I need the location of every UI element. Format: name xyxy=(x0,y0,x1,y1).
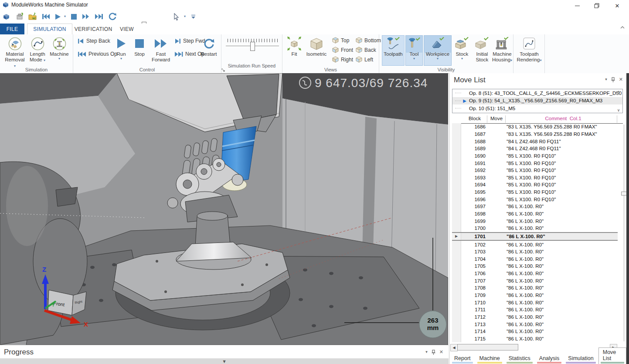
fit-view-button[interactable]: Fit xyxy=(286,36,303,57)
pointer-tool-button[interactable] xyxy=(172,11,181,22)
table-row[interactable]: 1706"86 L X-100. R0" xyxy=(452,270,618,277)
panel-close-icon[interactable]: ✕ xyxy=(439,349,443,355)
op-list-item[interactable]: Op. 10 (51): 151_M5 xyxy=(452,104,622,112)
panel-tab-analysis[interactable]: Analysis xyxy=(535,354,564,364)
panel-tab-statistics[interactable]: Statistics xyxy=(505,354,534,364)
table-row[interactable]: 1705"86 L X-100. R0" xyxy=(452,263,618,270)
restart-button-large[interactable]: Restart xyxy=(199,36,219,57)
skip-to-end-button[interactable] xyxy=(93,11,105,22)
table-row[interactable]: 1713"86 L X-100. R0" xyxy=(452,320,618,328)
tab-verification[interactable]: VERIFICATION xyxy=(72,24,114,34)
table-row[interactable]: 1707"86 L X-100. R0" xyxy=(452,277,618,284)
view-left-button[interactable]: Left xyxy=(356,56,373,63)
view-right-button[interactable]: Right xyxy=(332,56,353,63)
column-header-comment[interactable]: Comment Col.1 xyxy=(530,116,596,121)
customize-toolbar-button[interactable] xyxy=(190,11,196,22)
app-menu-button[interactable] xyxy=(1,11,11,22)
table-row[interactable]: 1711"86 L X-100. R0" xyxy=(452,306,618,313)
table-row[interactable]: 1712"86 L X-100. R0" xyxy=(452,313,618,321)
stop-button[interactable] xyxy=(69,11,78,22)
material-removal-button[interactable]: Material Removal ▾ xyxy=(3,36,26,68)
move-table-hscrollbar[interactable]: ◀ ▶ xyxy=(450,344,617,351)
tool-visibility-toggle[interactable]: Tool ▾ xyxy=(405,35,423,66)
table-row[interactable]: 1702"86 L X-100. R0" xyxy=(452,241,618,248)
run-button[interactable]: Run ▾ xyxy=(113,36,129,61)
machine-3d-viewport[interactable]: 9 647.03/69 726.34 263 mm Front Right Z … xyxy=(0,73,448,345)
stop-button-large[interactable]: Stop xyxy=(131,36,148,57)
table-row[interactable]: 1708"86 L X-100. R0" xyxy=(452,284,618,292)
scroll-left-button[interactable]: ◀ xyxy=(450,344,458,351)
table-row[interactable]: 1693"85 L X100. R0 FQ10" xyxy=(452,174,618,181)
tab-file[interactable]: FILE xyxy=(0,24,24,34)
dialog-launcher-icon[interactable] xyxy=(221,68,225,72)
fast-forward-button[interactable] xyxy=(80,11,92,22)
previous-op-button[interactable]: Previous Op xyxy=(78,51,117,57)
step-back-button[interactable]: Step Back xyxy=(78,38,110,44)
table-row[interactable]: ▶1701"86 L X-100. R0" xyxy=(452,232,618,241)
op-list-item[interactable]: Op. 8 (51): 43_TOOL_CALL_6_Z_S4456_;ECKM… xyxy=(452,89,622,97)
table-row[interactable]: 1691"85 L X100. R0 FQ10" xyxy=(452,159,618,167)
panel-menu-caret[interactable]: ▾ xyxy=(605,78,607,81)
view-bottom-button[interactable]: Bottom xyxy=(356,37,381,44)
column-header-move[interactable]: Move xyxy=(490,116,503,121)
tab-view[interactable]: VIEW xyxy=(114,24,139,34)
table-row[interactable]: 1687"83 L X135. Y56.569 Z55.288 R0 FMAX" xyxy=(452,131,618,138)
view-top-button[interactable]: Top xyxy=(332,37,349,44)
hscrollbar-thumb[interactable] xyxy=(457,344,518,351)
toolpath-visibility-toggle[interactable]: Toolpath xyxy=(382,35,405,66)
table-row[interactable]: 1695"85 L X100. R0 FQ10" xyxy=(452,189,618,196)
panel-tab-report[interactable]: Report xyxy=(450,354,475,364)
panel-tab-simulation[interactable]: Simulation xyxy=(564,354,597,364)
table-row[interactable]: 1690"85 L X100. R0 FQ10" xyxy=(452,152,618,160)
panel-tab-machine[interactable]: Machine xyxy=(476,354,504,364)
run-speed-slider-thumb[interactable] xyxy=(250,42,255,51)
table-row[interactable]: 1699"86 L X-100. R0" xyxy=(452,217,618,225)
table-row[interactable]: 1697"86 L X-100. R0" xyxy=(452,203,618,210)
table-row[interactable]: 1694"85 L X100. R0 FQ10" xyxy=(452,181,618,189)
table-row[interactable]: 1704"86 L X-100. R0" xyxy=(452,256,618,263)
play-button[interactable] xyxy=(53,11,62,22)
table-row[interactable]: 1692"85 L X100. R0 FQ10" xyxy=(452,167,618,174)
collapsed-splitter-bar[interactable]: ▼ xyxy=(0,358,449,364)
machine-housing-visibility-toggle[interactable]: Machine Housing▾ xyxy=(492,36,513,63)
length-mode-button[interactable]: Length Mode ▾ xyxy=(27,36,48,63)
import-machine-button[interactable] xyxy=(14,11,25,22)
op-list-item-current[interactable]: ▶ Op. 9 (51): 54_L_X135._Y56.569_Z156.56… xyxy=(452,97,622,105)
scroll-down-icon[interactable]: ∨ xyxy=(617,108,620,112)
pin-icon[interactable] xyxy=(432,350,435,355)
panel-tab-move-list[interactable]: Move List xyxy=(598,347,626,364)
collapse-ribbon-button[interactable] xyxy=(620,26,625,29)
table-row[interactable]: 1714"86 L X-100. R0" xyxy=(452,328,618,335)
machine-button[interactable]: Machine ▾ xyxy=(49,36,70,61)
column-header-block[interactable]: Block xyxy=(463,116,486,121)
skip-to-start-button[interactable] xyxy=(40,11,51,22)
table-row[interactable]: 1715"86 L X-100. R0" xyxy=(452,335,618,343)
toolpath-rendering-button[interactable]: Toolpath Rendering▾ xyxy=(517,36,541,63)
table-row[interactable]: 1710"86 L X-100. R0" xyxy=(452,299,618,306)
play-dropdown[interactable]: ▾ xyxy=(62,11,68,22)
pin-icon[interactable] xyxy=(611,77,615,82)
tab-simulation[interactable]: SIMULATION xyxy=(27,24,72,35)
table-row[interactable]: 1688"84 L Z42.468 R0 FQ11" xyxy=(452,138,618,145)
table-row[interactable]: 1696"85 L X100. R0 FQ10" xyxy=(452,195,618,203)
ops-scrollbar[interactable]: ∧ ∨ xyxy=(615,90,622,112)
table-row[interactable]: 1700"86 L X-100. R0" xyxy=(452,225,618,232)
table-row[interactable]: 1689"84 L Z42.468 R0 FQ11" xyxy=(452,145,618,152)
fast-forward-button-large[interactable]: Fast Forward xyxy=(150,36,172,63)
view-back-button[interactable]: Back xyxy=(356,47,376,53)
panel-close-icon[interactable]: ✕ xyxy=(619,77,623,82)
open-nc-file-button[interactable]: NC xyxy=(27,11,38,22)
table-row[interactable]: 1698"86 L X-100. R0" xyxy=(452,210,618,218)
table-row[interactable]: 1703"86 L X-100. R0" xyxy=(452,248,618,256)
stock-visibility-toggle[interactable]: Stock ▾ xyxy=(452,36,472,61)
operations-list[interactable]: Op. 8 (51): 43_TOOL_CALL_6_Z_S4456_;ECKM… xyxy=(452,89,623,113)
restart-button[interactable] xyxy=(106,11,119,22)
table-row[interactable]: 1686"83 L X135. Y56.569 Z55.288 R0 FMAX" xyxy=(452,123,618,131)
view-front-button[interactable]: Front xyxy=(332,47,353,53)
workpiece-visibility-toggle[interactable]: Workpiece ▾ xyxy=(424,35,452,66)
move-table-vscrollbar[interactable] xyxy=(621,125,626,341)
scroll-up-icon[interactable]: ∧ xyxy=(617,90,620,94)
isometric-view-button[interactable]: Isometric xyxy=(303,36,330,57)
initial-stock-visibility-toggle[interactable]: Initial Stock xyxy=(473,36,492,63)
pointer-dropdown[interactable]: ▾ xyxy=(182,11,187,22)
